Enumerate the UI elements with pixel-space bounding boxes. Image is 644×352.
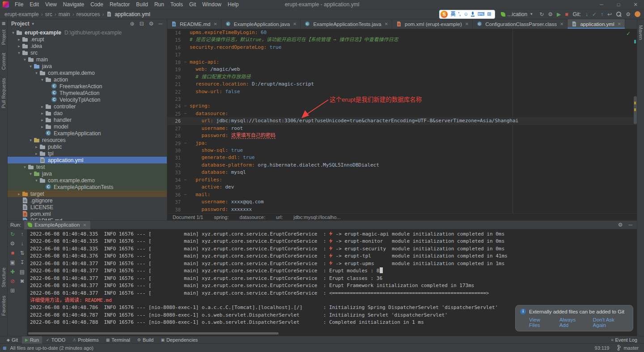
editor-line[interactable]: 15# 是否记录操作日志，默认true，该功能开启后可在【系统管理 → 操作日志… [167,36,637,43]
editor-line[interactable]: 17 [167,51,637,58]
horizontal-scrollbar[interactable] [28,332,279,335]
settings-icon[interactable]: ⚙ [626,12,631,17]
breadcrumb-item-erupt-example[interactable]: erupt-example [4,11,40,17]
layout-icon[interactable]: ⊞ [10,288,15,293]
editor-line[interactable]: 19 web: /magic/web [167,66,637,73]
chevron-right-icon[interactable]: ▸ [16,37,22,42]
chevron-right-icon[interactable]: ▸ [34,145,39,149]
chevron-down-icon[interactable]: ▾ [39,77,45,82]
editor-line[interactable]: 32 database-platform: org.hibernate.dial… [167,162,637,169]
fold-icon[interactable]: − [181,140,190,147]
menu-code[interactable]: Code [87,0,106,9]
toolwindow-button-run[interactable]: ▶Run [22,336,42,343]
tree-item-exampleapplication[interactable]: ExampleApplication [8,130,167,137]
toolwindow-button-problems[interactable]: ⚠Problems [69,336,102,343]
chevron-right-icon[interactable]: ▸ [39,111,45,116]
editor-line[interactable]: 26 url: jdbc:mysql://localhost:3306/erup… [167,117,637,124]
editor-line[interactable]: 36− mail: [167,191,637,198]
console[interactable]: 2022-06-08 01:40:48.335 INFO 16576 --- [… [27,229,637,336]
tree-item-exampleapplicationtests[interactable]: ExampleApplicationTests [8,184,167,190]
chevron-right-icon[interactable]: ▸ [16,192,22,196]
commit-icon[interactable]: ✓ [592,12,597,17]
close-icon[interactable]: ✕ [83,223,86,228]
tab-exampleapplicationtests-java[interactable]: ExampleApplicationTests.java✕ [301,19,392,29]
toolwindow-button-event-log[interactable]: ≡Event Log [608,336,640,343]
chevron-down-icon[interactable]: ▼ [31,22,35,26]
editor-breadcrumb-spring[interactable]: spring: [214,215,229,220]
inspections-ok-icon[interactable]: ✓ [626,30,631,37]
chevron-down-icon[interactable]: ▾ [34,71,39,75]
editor-line[interactable]: 27 username: root [167,125,637,132]
up-stack-icon[interactable]: ↑ [21,232,24,237]
close-icon[interactable]: ✕ [213,21,217,26]
stop-icon[interactable]: ■ [565,12,568,17]
dont-ask-again-link[interactable]: Don't Ask Again [593,317,628,328]
scroll-to-end-icon[interactable]: ↧ [20,260,24,265]
chevron-right-icon[interactable]: ▸ [39,124,45,129]
mute-breakpoints-icon[interactable]: ⊘ [10,279,15,284]
tree-item-test[interactable]: ▾test [8,163,167,170]
editor-line[interactable]: 14upms.expireTimeByLogin: 60 [167,29,637,36]
tab-application-yml[interactable]: application.yml✕ [568,19,625,29]
tree-item-handler[interactable]: ▸handler [8,116,167,123]
stripe-item-pull-requests[interactable]: Pull Requests [1,74,6,112]
chevron-down-icon[interactable]: ▾ [16,51,22,55]
close-icon[interactable]: ✕ [617,21,621,26]
tab-configurationclassparser-class[interactable]: ConfigurationClassParser.class✕ [473,19,568,29]
ime-emoji-icon[interactable]: ☺ [463,12,468,17]
caret-position[interactable]: 93:119 [595,345,610,351]
tree-item-dao[interactable]: ▸dao [8,110,167,116]
tab-pom-xml-erupt-example[interactable]: pom.xml (erupt-example)✕ [392,19,473,29]
ime-toolbox-icon[interactable]: ⊞ [487,12,491,17]
project-panel-title[interactable]: Project [11,21,30,27]
chevron-down-icon[interactable]: ▾ [10,30,16,35]
close-icon[interactable]: ✕ [385,21,388,26]
tree-item-gitignore[interactable]: .gitignore [8,197,167,204]
editor-line[interactable]: 38 password: xxxxxxx [167,206,637,213]
stripe-item-favorites[interactable]: Favorites [1,292,6,320]
chevron-down-icon[interactable]: ▾ [28,138,34,142]
tree-item-thymeleafaction[interactable]: ThymeleafAction [8,90,167,96]
stripe-item-project[interactable]: Project [1,26,6,49]
toolwindow-button-terminal[interactable]: ▦Terminal [103,336,133,343]
ime-toolbar[interactable]: S英',☺⌨⊞ [440,10,494,18]
editor-line[interactable]: 20 # 接口配置文件存放路径 [167,73,637,81]
tree-item-pom-xml[interactable]: pom.xml [8,210,167,217]
ime-lang-icon[interactable]: 英 [450,12,455,17]
update-project-icon[interactable]: ↓ [585,12,588,17]
tree-item-freemarkeraction[interactable]: FreemarkerAction [8,83,167,90]
editor-line[interactable]: 16security.recordOperateLog: true [167,44,637,51]
editor-line[interactable]: 33 database: mysql [167,169,637,176]
editor-line[interactable]: 35 active: dev [167,184,637,191]
tree-item-main[interactable]: ▾main [8,56,167,63]
profile-avatar-icon[interactable] [635,11,640,17]
chevron-right-icon[interactable]: ▸ [39,104,45,109]
fold-icon[interactable]: − [181,59,190,66]
tree-item-readme-md[interactable]: README.md [8,217,167,220]
view-files-link[interactable]: View Files [529,317,552,328]
stripe-item-structure[interactable]: Structure [1,263,6,292]
fold-icon[interactable]: − [181,191,190,198]
rollback-icon[interactable]: ↩ [607,12,612,17]
menu-run[interactable]: Run [151,0,167,9]
sogou-logo-icon[interactable]: S [441,11,448,18]
chevron-down-icon[interactable]: ▾ [28,172,34,176]
menu-navigate[interactable]: Navigate [60,0,87,9]
push-icon[interactable]: ↑ [601,12,603,17]
edit-configuration-icon[interactable]: ⚙ [10,241,15,246]
statusbar-toolwindow-icon[interactable]: ▦ [3,346,7,350]
soft-wrap-icon[interactable]: ⇅ [20,250,24,256]
editor-line[interactable]: 31 generate-ddl: true [167,154,637,161]
tab-readme-md[interactable]: README.md✕ [167,19,221,29]
tree-item-target[interactable]: ▸target [8,190,167,197]
toolwindow-button-todo[interactable]: ✓TODO [43,336,68,343]
chevron-down-icon[interactable]: ▾ [22,165,28,169]
editor-breadcrumb-document-1-1[interactable]: Document 1/1 [173,215,203,220]
tree-item-controller[interactable]: ▸controller [8,103,167,110]
ime-punct-icon[interactable]: ', [458,12,461,17]
menu-edit[interactable]: Edit [26,0,42,9]
print-icon[interactable]: ▤ [20,269,25,275]
ime-keyboard-icon[interactable]: ⌨ [477,12,484,17]
rerun-icon[interactable]: ↻ [10,232,15,237]
stripe-item-maven[interactable]: Maven [638,21,644,44]
